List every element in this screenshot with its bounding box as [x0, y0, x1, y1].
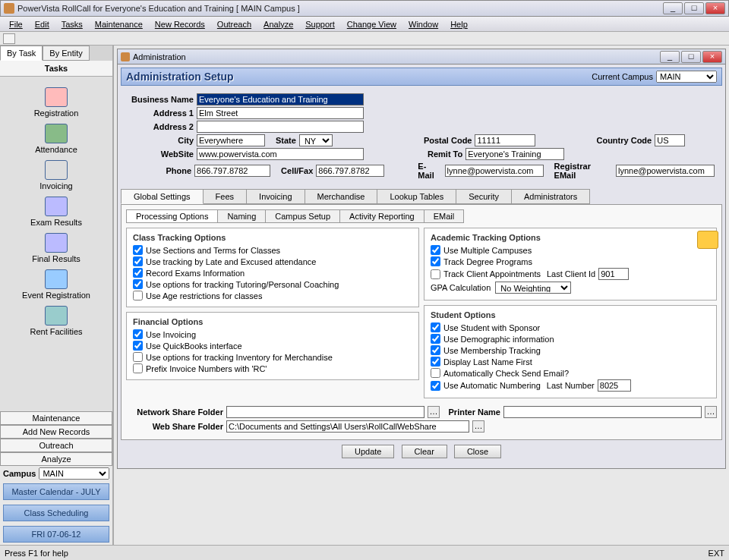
- chk-age-restrictions[interactable]: [133, 291, 143, 300]
- address2-input[interactable]: [197, 121, 364, 133]
- chk-lastname-first[interactable]: [431, 357, 440, 367]
- chk-quickbooks[interactable]: [133, 341, 143, 351]
- chk-late-excused[interactable]: [133, 256, 143, 266]
- subtab-email[interactable]: EMail: [424, 209, 465, 223]
- toolbar-button[interactable]: [3, 33, 15, 44]
- update-button[interactable]: Update: [342, 445, 394, 458]
- subtab-naming[interactable]: Naming: [217, 209, 266, 223]
- chk-prefix-rc[interactable]: [133, 363, 143, 373]
- task-exam-results[interactable]: Exam Results: [0, 197, 112, 227]
- exam-results-icon: [45, 197, 68, 216]
- state-select[interactable]: NY: [299, 134, 333, 146]
- current-campus-select[interactable]: MAIN: [656, 71, 717, 83]
- subtab-processing-options[interactable]: Processing Options: [126, 209, 218, 223]
- menu-edit[interactable]: Edit: [29, 18, 55, 30]
- email-label: E-Mail: [418, 162, 441, 180]
- mdi-close-button[interactable]: ×: [702, 51, 722, 63]
- menu-file[interactable]: File: [3, 18, 29, 30]
- campus-label: Campus: [3, 469, 36, 478]
- sidebar-outreach-button[interactable]: Outreach: [0, 439, 112, 452]
- menu-new-records[interactable]: New Records: [149, 18, 211, 30]
- mdi-maximize-button[interactable]: □: [681, 51, 701, 63]
- last-client-input[interactable]: [598, 268, 629, 280]
- tab-global-settings[interactable]: Global Settings: [121, 189, 204, 204]
- chk-auto-numbering[interactable]: [431, 381, 440, 391]
- menu-change-view[interactable]: Change View: [341, 18, 402, 30]
- menu-window[interactable]: Window: [402, 18, 444, 30]
- chk-demographic[interactable]: [431, 334, 440, 344]
- help-icon[interactable]: [697, 231, 718, 249]
- tab-invoicing[interactable]: Invoicing: [246, 189, 305, 204]
- sidebar-add-new-records-button[interactable]: Add New Records: [0, 425, 112, 439]
- task-attendance[interactable]: Attendance: [0, 124, 112, 154]
- task-event-registration[interactable]: Event Registration: [0, 269, 112, 300]
- remit-label: Remit To: [428, 149, 462, 159]
- registrar-input[interactable]: [616, 165, 715, 177]
- gpa-select[interactable]: No Weighting: [495, 282, 571, 294]
- clear-button[interactable]: Clear: [402, 445, 447, 458]
- subtab-activity-reporting[interactable]: Activity Reporting: [339, 209, 424, 223]
- master-calendar-button[interactable]: Master Calendar - JULY: [3, 483, 109, 500]
- chk-student-sponsor[interactable]: [431, 322, 440, 332]
- task-rent-facilities[interactable]: Rent Facilities: [0, 306, 112, 336]
- tab-security[interactable]: Security: [456, 189, 512, 204]
- address1-input[interactable]: [197, 107, 364, 119]
- chk-client-appointments[interactable]: [431, 269, 440, 279]
- chk-sections-terms[interactable]: [133, 245, 143, 255]
- maximize-button[interactable]: □: [684, 2, 704, 14]
- sidebar-tab-by-task[interactable]: By Task: [0, 46, 43, 61]
- website-input[interactable]: [197, 148, 364, 160]
- chk-membership[interactable]: [431, 345, 440, 355]
- close-form-button[interactable]: Close: [454, 445, 501, 458]
- campus-select[interactable]: MAIN: [39, 467, 109, 480]
- email-input[interactable]: [445, 165, 544, 177]
- printer-browse-button[interactable]: …: [705, 406, 717, 418]
- cellfax-input[interactable]: [316, 165, 384, 177]
- chk-auto-email[interactable]: [431, 368, 440, 378]
- chk-record-exams[interactable]: [133, 268, 143, 278]
- tab-lookup-tables[interactable]: Lookup Tables: [377, 189, 456, 204]
- tab-fees[interactable]: Fees: [203, 189, 247, 204]
- sidebar-maintenance-button[interactable]: Maintenance: [0, 411, 112, 425]
- menu-support[interactable]: Support: [299, 18, 341, 30]
- business-name-input[interactable]: [197, 93, 364, 105]
- subtab-campus-setup[interactable]: Campus Setup: [265, 209, 340, 223]
- printer-input[interactable]: [503, 406, 702, 418]
- city-input[interactable]: [197, 134, 265, 146]
- country-label: Country Code: [596, 136, 652, 145]
- postal-input[interactable]: [475, 134, 535, 146]
- phone-input[interactable]: [194, 165, 270, 177]
- chk-inventory[interactable]: [133, 352, 143, 362]
- setup-title: Administration Setup: [126, 71, 592, 83]
- mdi-minimize-button[interactable]: _: [660, 51, 680, 63]
- phone-label: Phone: [128, 166, 194, 175]
- date-button[interactable]: FRI 07-06-12: [3, 526, 109, 543]
- tab-merchandise[interactable]: Merchandise: [305, 189, 378, 204]
- network-share-browse-button[interactable]: …: [428, 406, 440, 418]
- menu-help[interactable]: Help: [444, 18, 474, 30]
- chk-use-invoicing[interactable]: [133, 329, 143, 339]
- network-share-input[interactable]: [226, 406, 424, 418]
- web-share-browse-button[interactable]: …: [472, 420, 484, 433]
- tab-administrators[interactable]: Administrators: [511, 189, 590, 204]
- task-invoicing[interactable]: Invoicing: [0, 160, 112, 190]
- menu-tasks[interactable]: Tasks: [55, 18, 89, 30]
- chk-multiple-campuses[interactable]: [431, 245, 440, 255]
- menu-analyze[interactable]: Analyze: [257, 18, 299, 30]
- chk-degree-programs[interactable]: [431, 256, 440, 266]
- minimize-button[interactable]: _: [663, 2, 683, 14]
- class-scheduling-button[interactable]: Class Scheduling: [3, 505, 109, 521]
- task-registration[interactable]: Registration: [0, 87, 112, 118]
- menu-outreach[interactable]: Outreach: [211, 18, 257, 30]
- last-number-input[interactable]: [598, 379, 631, 392]
- task-final-results[interactable]: Final Results: [0, 233, 112, 263]
- remit-input[interactable]: [465, 148, 564, 160]
- close-button[interactable]: ×: [705, 2, 725, 14]
- web-share-input[interactable]: [226, 420, 469, 433]
- country-input[interactable]: [655, 134, 685, 146]
- status-left: Press F1 for help: [5, 549, 68, 558]
- sidebar-tab-by-entity[interactable]: By Entity: [43, 46, 89, 61]
- menu-maintenance[interactable]: Maintenance: [89, 18, 149, 30]
- chk-tutoring[interactable]: [133, 279, 143, 289]
- sidebar-analyze-button[interactable]: Analyze: [0, 452, 112, 466]
